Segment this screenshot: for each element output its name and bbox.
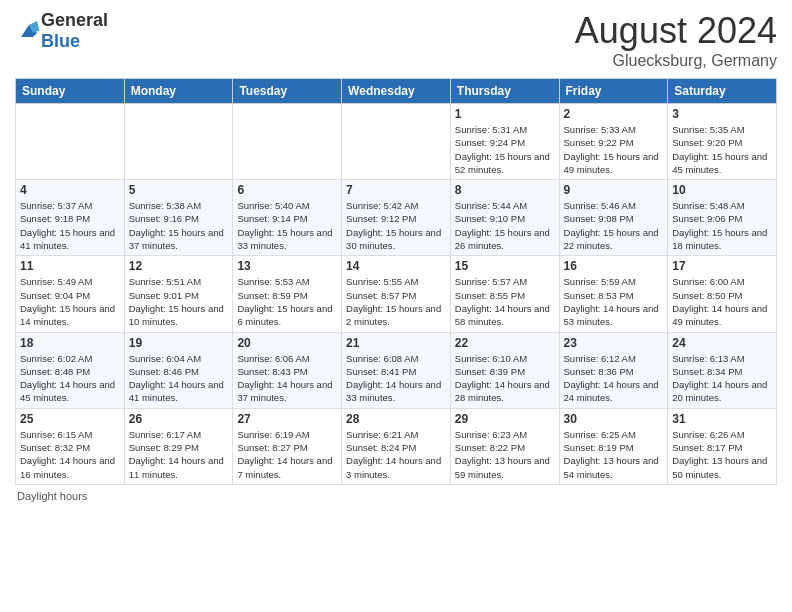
table-row: 2Sunrise: 5:33 AMSunset: 9:22 PMDaylight… [559, 104, 668, 180]
table-row [16, 104, 125, 180]
table-row: 17Sunrise: 6:00 AMSunset: 8:50 PMDayligh… [668, 256, 777, 332]
day-number: 4 [20, 183, 120, 197]
day-number: 9 [564, 183, 664, 197]
calendar-week-2: 4Sunrise: 5:37 AMSunset: 9:18 PMDaylight… [16, 180, 777, 256]
table-row: 3Sunrise: 5:35 AMSunset: 9:20 PMDaylight… [668, 104, 777, 180]
day-info: Sunrise: 6:23 AMSunset: 8:22 PMDaylight:… [455, 428, 555, 481]
logo-text: General Blue [41, 10, 108, 52]
table-row: 27Sunrise: 6:19 AMSunset: 8:27 PMDayligh… [233, 408, 342, 484]
table-row: 16Sunrise: 5:59 AMSunset: 8:53 PMDayligh… [559, 256, 668, 332]
table-row: 23Sunrise: 6:12 AMSunset: 8:36 PMDayligh… [559, 332, 668, 408]
day-info: Sunrise: 6:08 AMSunset: 8:41 PMDaylight:… [346, 352, 446, 405]
day-number: 19 [129, 336, 229, 350]
day-info: Sunrise: 5:53 AMSunset: 8:59 PMDaylight:… [237, 275, 337, 328]
logo-general: General [41, 10, 108, 31]
day-number: 18 [20, 336, 120, 350]
table-row: 14Sunrise: 5:55 AMSunset: 8:57 PMDayligh… [342, 256, 451, 332]
table-row: 21Sunrise: 6:08 AMSunset: 8:41 PMDayligh… [342, 332, 451, 408]
table-row: 28Sunrise: 6:21 AMSunset: 8:24 PMDayligh… [342, 408, 451, 484]
day-info: Sunrise: 5:46 AMSunset: 9:08 PMDaylight:… [564, 199, 664, 252]
day-info: Sunrise: 6:21 AMSunset: 8:24 PMDaylight:… [346, 428, 446, 481]
day-number: 12 [129, 259, 229, 273]
day-info: Sunrise: 5:59 AMSunset: 8:53 PMDaylight:… [564, 275, 664, 328]
day-number: 1 [455, 107, 555, 121]
day-number: 7 [346, 183, 446, 197]
calendar-week-3: 11Sunrise: 5:49 AMSunset: 9:04 PMDayligh… [16, 256, 777, 332]
day-number: 27 [237, 412, 337, 426]
day-number: 11 [20, 259, 120, 273]
logo-blue: Blue [41, 31, 108, 52]
table-row [124, 104, 233, 180]
day-info: Sunrise: 5:44 AMSunset: 9:10 PMDaylight:… [455, 199, 555, 252]
header: General Blue August 2024 Gluecksburg, Ge… [15, 10, 777, 70]
day-info: Sunrise: 6:17 AMSunset: 8:29 PMDaylight:… [129, 428, 229, 481]
day-info: Sunrise: 5:57 AMSunset: 8:55 PMDaylight:… [455, 275, 555, 328]
col-sunday: Sunday [16, 79, 125, 104]
day-info: Sunrise: 6:25 AMSunset: 8:19 PMDaylight:… [564, 428, 664, 481]
col-saturday: Saturday [668, 79, 777, 104]
table-row: 10Sunrise: 5:48 AMSunset: 9:06 PMDayligh… [668, 180, 777, 256]
col-thursday: Thursday [450, 79, 559, 104]
day-info: Sunrise: 6:00 AMSunset: 8:50 PMDaylight:… [672, 275, 772, 328]
table-row: 19Sunrise: 6:04 AMSunset: 8:46 PMDayligh… [124, 332, 233, 408]
table-row: 1Sunrise: 5:31 AMSunset: 9:24 PMDaylight… [450, 104, 559, 180]
location-subtitle: Gluecksburg, Germany [575, 52, 777, 70]
table-row: 15Sunrise: 5:57 AMSunset: 8:55 PMDayligh… [450, 256, 559, 332]
day-info: Sunrise: 6:13 AMSunset: 8:34 PMDaylight:… [672, 352, 772, 405]
table-row: 29Sunrise: 6:23 AMSunset: 8:22 PMDayligh… [450, 408, 559, 484]
day-number: 26 [129, 412, 229, 426]
day-info: Sunrise: 5:42 AMSunset: 9:12 PMDaylight:… [346, 199, 446, 252]
day-number: 8 [455, 183, 555, 197]
day-info: Sunrise: 5:35 AMSunset: 9:20 PMDaylight:… [672, 123, 772, 176]
day-info: Sunrise: 6:04 AMSunset: 8:46 PMDaylight:… [129, 352, 229, 405]
day-info: Sunrise: 6:06 AMSunset: 8:43 PMDaylight:… [237, 352, 337, 405]
day-number: 22 [455, 336, 555, 350]
day-number: 31 [672, 412, 772, 426]
day-number: 16 [564, 259, 664, 273]
day-number: 28 [346, 412, 446, 426]
calendar-table: Sunday Monday Tuesday Wednesday Thursday… [15, 78, 777, 485]
table-row: 7Sunrise: 5:42 AMSunset: 9:12 PMDaylight… [342, 180, 451, 256]
day-info: Sunrise: 5:31 AMSunset: 9:24 PMDaylight:… [455, 123, 555, 176]
day-number: 29 [455, 412, 555, 426]
day-info: Sunrise: 5:38 AMSunset: 9:16 PMDaylight:… [129, 199, 229, 252]
table-row: 9Sunrise: 5:46 AMSunset: 9:08 PMDaylight… [559, 180, 668, 256]
day-info: Sunrise: 5:37 AMSunset: 9:18 PMDaylight:… [20, 199, 120, 252]
table-row: 25Sunrise: 6:15 AMSunset: 8:32 PMDayligh… [16, 408, 125, 484]
table-row [342, 104, 451, 180]
table-row: 26Sunrise: 6:17 AMSunset: 8:29 PMDayligh… [124, 408, 233, 484]
day-number: 17 [672, 259, 772, 273]
month-year-title: August 2024 [575, 10, 777, 52]
day-info: Sunrise: 6:02 AMSunset: 8:48 PMDaylight:… [20, 352, 120, 405]
col-friday: Friday [559, 79, 668, 104]
table-row: 24Sunrise: 6:13 AMSunset: 8:34 PMDayligh… [668, 332, 777, 408]
table-row: 12Sunrise: 5:51 AMSunset: 9:01 PMDayligh… [124, 256, 233, 332]
day-number: 2 [564, 107, 664, 121]
day-number: 3 [672, 107, 772, 121]
day-number: 10 [672, 183, 772, 197]
logo-icon [17, 21, 41, 41]
table-row: 20Sunrise: 6:06 AMSunset: 8:43 PMDayligh… [233, 332, 342, 408]
table-row: 6Sunrise: 5:40 AMSunset: 9:14 PMDaylight… [233, 180, 342, 256]
day-number: 30 [564, 412, 664, 426]
day-number: 24 [672, 336, 772, 350]
calendar-week-5: 25Sunrise: 6:15 AMSunset: 8:32 PMDayligh… [16, 408, 777, 484]
day-info: Sunrise: 5:55 AMSunset: 8:57 PMDaylight:… [346, 275, 446, 328]
table-row: 11Sunrise: 5:49 AMSunset: 9:04 PMDayligh… [16, 256, 125, 332]
table-row: 22Sunrise: 6:10 AMSunset: 8:39 PMDayligh… [450, 332, 559, 408]
table-row [233, 104, 342, 180]
day-info: Sunrise: 6:26 AMSunset: 8:17 PMDaylight:… [672, 428, 772, 481]
table-row: 31Sunrise: 6:26 AMSunset: 8:17 PMDayligh… [668, 408, 777, 484]
day-number: 15 [455, 259, 555, 273]
day-number: 13 [237, 259, 337, 273]
table-row: 4Sunrise: 5:37 AMSunset: 9:18 PMDaylight… [16, 180, 125, 256]
day-info: Sunrise: 6:12 AMSunset: 8:36 PMDaylight:… [564, 352, 664, 405]
day-info: Sunrise: 6:10 AMSunset: 8:39 PMDaylight:… [455, 352, 555, 405]
day-info: Sunrise: 5:49 AMSunset: 9:04 PMDaylight:… [20, 275, 120, 328]
page: General Blue August 2024 Gluecksburg, Ge… [0, 0, 792, 612]
table-row: 5Sunrise: 5:38 AMSunset: 9:16 PMDaylight… [124, 180, 233, 256]
day-info: Sunrise: 6:15 AMSunset: 8:32 PMDaylight:… [20, 428, 120, 481]
day-number: 21 [346, 336, 446, 350]
calendar-week-4: 18Sunrise: 6:02 AMSunset: 8:48 PMDayligh… [16, 332, 777, 408]
day-number: 23 [564, 336, 664, 350]
